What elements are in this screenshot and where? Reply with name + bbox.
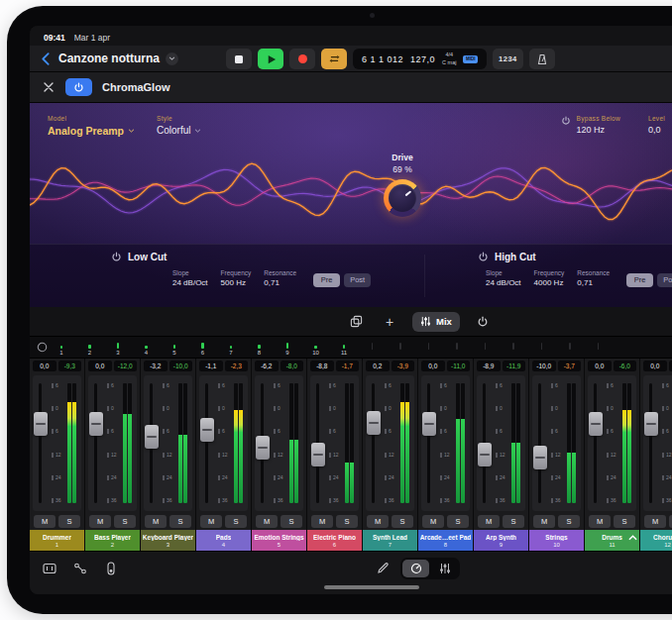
overview-track[interactable]: 11 — [336, 345, 352, 357]
solo-button[interactable]: S — [280, 515, 302, 528]
solo-button[interactable]: S — [503, 515, 524, 528]
solo-button[interactable]: S — [614, 515, 635, 528]
fader-handle[interactable] — [589, 412, 603, 436]
mute-button[interactable]: M — [589, 515, 611, 528]
overview-track[interactable]: 8 — [252, 345, 268, 357]
model-selector[interactable]: Model Analog Preamp — [48, 115, 135, 137]
slope-value[interactable]: 24 dB/Oct — [172, 278, 208, 287]
frequency-value[interactable]: 4000 Hz — [534, 278, 565, 287]
level-control[interactable]: Level 0,0 — [648, 115, 672, 135]
add-track-button[interactable]: + — [379, 312, 400, 332]
slope-value[interactable]: 24 dB/Oct — [486, 278, 521, 287]
fader-value-display[interactable]: -10,0 — [532, 361, 556, 371]
record-button[interactable] — [289, 49, 315, 69]
fader-handle[interactable] — [311, 443, 325, 466]
pre-button[interactable]: Pre — [626, 273, 653, 287]
overview-track[interactable]: 2 — [82, 345, 98, 357]
solo-button[interactable]: S — [58, 515, 80, 528]
fader-value-display[interactable]: -8,9 — [477, 361, 501, 371]
close-plugin-button[interactable] — [44, 82, 54, 92]
overview-track[interactable]: 4 — [139, 346, 155, 356]
resonance-value[interactable]: 0,71 — [577, 278, 610, 287]
solo-button[interactable]: S — [169, 515, 191, 528]
overview-track[interactable]: 3 — [110, 343, 126, 356]
pre-button[interactable]: Pre — [313, 273, 340, 287]
resonance-value[interactable]: 0,71 — [264, 278, 296, 287]
peak-level-display[interactable]: -11,9 — [503, 361, 526, 371]
overview-track[interactable]: 1 — [54, 346, 69, 356]
fader-value-display[interactable]: -3,2 — [144, 361, 168, 371]
track-label[interactable]: Emotion Strings5 — [252, 530, 306, 551]
mute-button[interactable]: M — [478, 515, 500, 528]
track-label[interactable]: Strings10 — [529, 530, 584, 551]
power-icon[interactable] — [111, 252, 122, 262]
fader-handle[interactable] — [89, 412, 103, 436]
mute-button[interactable]: M — [34, 515, 56, 528]
count-in-button[interactable]: 1234 — [493, 49, 523, 69]
mute-button[interactable]: M — [145, 515, 167, 528]
solo-button[interactable]: S — [558, 515, 580, 528]
overview-scope-icon[interactable] — [37, 342, 48, 353]
fader-value-display[interactable]: -6,2 — [255, 361, 279, 371]
mute-button[interactable]: M — [422, 515, 444, 528]
fader-handle[interactable] — [478, 443, 492, 466]
home-indicator[interactable] — [324, 585, 419, 589]
channel-strip-button[interactable] — [99, 559, 123, 578]
peak-level-display[interactable]: -6,0 — [614, 361, 637, 371]
solo-button[interactable]: S — [225, 515, 247, 528]
power-icon[interactable] — [478, 252, 489, 262]
peak-level-display[interactable]: -4,2 — [669, 361, 672, 371]
mute-button[interactable]: M — [311, 515, 333, 528]
channel-modules-button[interactable] — [38, 559, 61, 578]
peak-level-display[interactable]: -3,7 — [558, 361, 582, 371]
mute-button[interactable]: M — [89, 515, 111, 528]
mute-button[interactable]: M — [200, 515, 222, 528]
fader-value-display[interactable]: 0,0 — [33, 361, 56, 371]
mix-view-button[interactable]: Mix — [412, 312, 460, 332]
fader-handle[interactable] — [533, 446, 547, 469]
fader-value-display[interactable]: 0,0 — [588, 361, 612, 371]
solo-button[interactable]: S — [447, 515, 469, 528]
fader-handle[interactable] — [256, 436, 270, 460]
track-label[interactable]: Drums11 — [585, 530, 639, 551]
play-button[interactable] — [258, 49, 283, 69]
overview-track[interactable]: 10 — [308, 346, 324, 356]
fader-handle[interactable] — [34, 412, 48, 436]
overview-track[interactable]: 5 — [167, 345, 182, 357]
fader-handle[interactable] — [200, 418, 214, 442]
peak-level-display[interactable]: -9,3 — [58, 361, 82, 371]
knobs-view-button[interactable] — [402, 560, 429, 577]
fader-value-display[interactable]: 0,0 — [88, 361, 112, 371]
drive-knob[interactable] — [384, 179, 421, 217]
track-label[interactable]: Bass Player2 — [85, 530, 140, 551]
peak-level-display[interactable]: -8,0 — [280, 361, 304, 371]
track-label[interactable]: Chorus V12 — [640, 530, 672, 551]
mute-button[interactable]: M — [256, 515, 278, 528]
mute-button[interactable]: M — [533, 515, 555, 528]
fader-handle[interactable] — [644, 412, 658, 436]
peak-level-display[interactable]: -12,0 — [114, 361, 138, 371]
track-label[interactable]: Synth Lead7 — [363, 530, 417, 551]
collapse-chevron-icon[interactable] — [628, 535, 637, 541]
solo-button[interactable]: S — [114, 515, 136, 528]
frequency-value[interactable]: 500 Hz — [221, 278, 252, 287]
fader-value-display[interactable]: -1,1 — [199, 361, 223, 371]
solo-button[interactable]: S — [336, 515, 358, 528]
cycle-button[interactable] — [321, 49, 347, 69]
back-button[interactable] — [42, 52, 50, 65]
duplicate-button[interactable] — [345, 312, 367, 332]
track-label[interactable]: Keyboard Player3 — [141, 530, 195, 551]
track-label[interactable]: Electric Piano6 — [307, 530, 362, 551]
track-label[interactable]: Arcade…eet Pad8 — [418, 530, 473, 551]
fader-handle[interactable] — [367, 411, 381, 435]
plugin-power-button[interactable] — [65, 78, 92, 96]
overview-track[interactable]: 7 — [223, 346, 239, 356]
solo-button[interactable]: S — [392, 515, 413, 528]
fader-value-display[interactable]: 0,0 — [643, 361, 667, 371]
faders-view-button[interactable] — [431, 560, 458, 577]
stop-button[interactable] — [226, 49, 252, 69]
mute-button[interactable]: M — [367, 515, 389, 528]
track-label[interactable]: Drummer1 — [30, 530, 84, 551]
post-button[interactable]: Post — [657, 273, 672, 287]
peak-level-display[interactable]: -3,9 — [392, 361, 415, 371]
